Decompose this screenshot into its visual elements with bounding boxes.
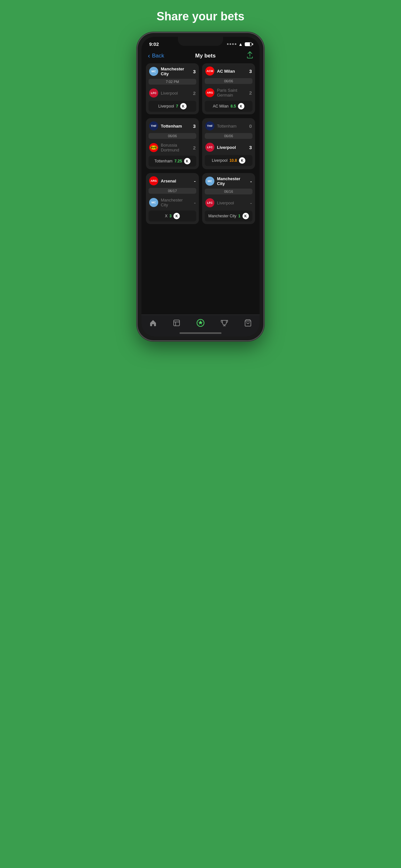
team1-name: Tottenham (161, 124, 189, 128)
team-row-2: LFC Liverpool 2 (146, 85, 199, 99)
bet-team-label: Tottenham (154, 159, 173, 163)
team-row-1: THF Tottenham 3 (146, 118, 199, 132)
dortmund-logo: BVB (149, 143, 158, 152)
team-row-1: ARS Arsenal - (146, 173, 199, 187)
bet-result: Manchester City 1 K (205, 211, 252, 221)
tab-trophy[interactable] (220, 319, 228, 327)
team2-name: Borussia Dortmund (161, 143, 189, 152)
bet-odds-value: 8.5 (230, 104, 236, 108)
match-date: 06/17 (149, 188, 196, 194)
bets-row-2: THF Tottenham 3 06/06 BVB Borussia Dortm… (146, 118, 255, 169)
bet-odds-value: 7.25 (174, 159, 182, 163)
bet-team-label: Manchester City (208, 214, 236, 218)
k-badge: K (180, 103, 187, 110)
team-row-2: MC Manchester City - (146, 194, 199, 209)
indicator-bar (180, 332, 221, 334)
match-date: 06/16 (205, 189, 252, 194)
tab-bar (142, 314, 259, 330)
team-row-2: ARS Paris Saint Germain 2 (202, 85, 255, 99)
team1-score: 3 (247, 68, 252, 74)
bet-odds-value: 3 (169, 214, 172, 218)
bet-card-man-city-liverpool[interactable]: MC Manchester City 3 7:02 PM LFC Liverpo… (146, 63, 199, 114)
tab-soccer[interactable] (196, 319, 205, 327)
team1-score: 0 (247, 123, 252, 129)
team-row-2: BVB Borussia Dortmund 2 (146, 140, 199, 154)
bet-team-label: X (165, 214, 167, 218)
team-row-1: MC Manchester City 3 (146, 63, 199, 78)
team2-score: 2 (191, 90, 196, 96)
back-button[interactable]: ‹ Back (148, 52, 164, 59)
bet-odds-value: 7 (176, 104, 178, 108)
bet-result: Tottenham 7.25 K (149, 156, 196, 166)
team2-score: 3 (247, 145, 252, 150)
bet-card-tottenham-liverpool[interactable]: THF Tottenham 0 06/06 LFC Liverpool 3 (202, 118, 255, 169)
liverpool-logo: LFC (149, 89, 158, 97)
team1-name: Manchester City (217, 176, 245, 186)
bet-card-man-city-liverpool-2[interactable]: MC Manchester City - 06/16 LFC Liverpool… (202, 173, 255, 224)
arsenal-logo: ARS (205, 88, 214, 97)
team2-name: Paris Saint Germain (217, 88, 245, 97)
k-badge: K (239, 157, 245, 164)
tab-shop[interactable] (244, 319, 252, 327)
bets-content: MC Manchester City 3 7:02 PM LFC Liverpo… (142, 63, 259, 230)
bet-card-tottenham-dortmund[interactable]: THF Tottenham 3 06/06 BVB Borussia Dortm… (146, 118, 199, 169)
svg-rect-0 (174, 320, 180, 326)
match-date: 7:02 PM (149, 79, 196, 85)
status-time: 9:02 (149, 41, 159, 47)
empty-space (142, 230, 259, 314)
status-icons: ▲ (227, 42, 252, 47)
team-row-2: LFC Liverpool 3 (202, 140, 255, 154)
tottenham-logo-2: THF (205, 121, 214, 130)
team1-score: 3 (191, 123, 196, 129)
team1-name: Arsenal (161, 179, 189, 183)
team1-name: Manchester City (161, 66, 189, 76)
phone-notch (178, 37, 223, 46)
k-badge: K (184, 158, 190, 164)
team2-name: Liverpool (217, 145, 245, 150)
bet-card-ac-milan-psg[interactable]: ACM AC Milan 3 06/06 ARS Paris Saint Ger… (202, 63, 255, 114)
nav-bar: ‹ Back My bets (142, 50, 259, 63)
signal-icon (227, 43, 236, 45)
team2-name: Liverpool (161, 91, 189, 96)
liverpool-logo-2: LFC (205, 143, 214, 152)
man-city-logo-3: MC (205, 177, 214, 186)
back-label: Back (152, 53, 164, 59)
bet-team-label: AC Milan (213, 104, 228, 108)
battery-icon (245, 42, 252, 46)
team1-score: 3 (191, 69, 196, 74)
bet-odds-value: 10.8 (229, 158, 237, 163)
home-indicator (142, 330, 259, 337)
k-badge: K (243, 213, 249, 219)
team2-score: - (191, 200, 196, 206)
team2-score: 2 (191, 145, 196, 151)
bet-team-label: Liverpool (212, 158, 227, 163)
arsenal-logo-2: ARS (149, 176, 158, 185)
bets-row-3: ARS Arsenal - 06/17 MC Manchester City - (146, 173, 255, 224)
tab-home[interactable] (149, 319, 157, 327)
bet-result: X 3 K (149, 211, 196, 221)
k-badge: K (174, 213, 180, 219)
tab-bets[interactable] (173, 319, 181, 327)
k-badge: K (238, 103, 244, 110)
team-row-2: LFC Liverpool - (202, 195, 255, 209)
phone-frame: 9:02 ▲ ‹ Back My bets (137, 33, 264, 340)
share-button[interactable] (247, 51, 253, 60)
liverpool-logo-3: LFC (205, 198, 214, 207)
team2-score: 2 (247, 90, 252, 96)
match-date: 06/06 (205, 133, 252, 139)
bet-card-arsenal-man-city[interactable]: ARS Arsenal - 06/17 MC Manchester City - (146, 173, 199, 224)
team2-name: Liverpool (217, 200, 245, 206)
man-city-logo-2: MC (149, 198, 158, 207)
team-row-1: ACM AC Milan 3 (202, 63, 255, 78)
ac-milan-logo: ACM (205, 66, 214, 75)
bet-odds-value: 1 (238, 214, 241, 218)
match-date: 06/06 (205, 78, 252, 84)
nav-title: My bets (195, 53, 216, 59)
bets-row-1: MC Manchester City 3 7:02 PM LFC Liverpo… (146, 63, 255, 114)
team2-score: - (247, 200, 252, 206)
bet-result: Liverpool 7 K (149, 101, 196, 112)
team-row-1: THF Tottenham 0 (202, 118, 255, 132)
team1-name: AC Milan (217, 69, 245, 73)
match-date: 06/06 (149, 133, 196, 139)
man-city-logo: MC (149, 67, 158, 76)
